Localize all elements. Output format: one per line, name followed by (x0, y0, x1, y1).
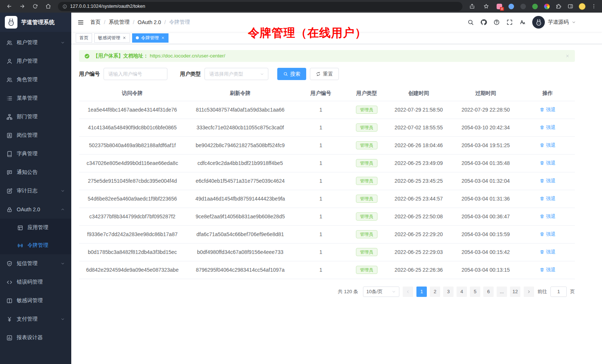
pagination-page-12[interactable]: 12 (510, 287, 520, 297)
extension-icon-blue[interactable] (507, 3, 515, 10)
cell-refresh-token: 8796295f04064c2983414cc54af1097a (186, 261, 295, 279)
cell-user-id: 1 (295, 190, 347, 208)
sidebar-item-user[interactable]: 用户管理 (0, 52, 71, 70)
browser-menu-button[interactable] (590, 3, 598, 10)
app-title: 芋道管理系统 (21, 19, 55, 26)
tab-label: 敏感词管理 (98, 35, 120, 41)
browser-home-button[interactable] (43, 1, 53, 11)
browser-reload-button[interactable] (30, 1, 40, 11)
browser-back-button[interactable] (4, 1, 14, 11)
sidebar-item-oauth2-token[interactable]: 令牌管理 (0, 236, 71, 254)
shield-icon (6, 261, 13, 267)
alert-close-icon[interactable] (565, 54, 570, 58)
sidebar-item-label: 部门管理 (17, 113, 37, 120)
bookmark-button[interactable] (481, 1, 491, 11)
kebab-menu-icon (591, 3, 597, 9)
pagination-page-4[interactable]: 4 (457, 287, 467, 297)
table-row: c342377bf8b344799dcbf7bf095287f29ce8ef2a… (79, 208, 575, 225)
fullscreen-button[interactable] (506, 19, 513, 26)
chev-up-icon (60, 207, 65, 212)
extension-icon-rainbow[interactable] (543, 3, 550, 10)
sidebar-item-label: OAuth 2.0 (17, 206, 40, 212)
force-logout-button[interactable]: 强退 (540, 106, 556, 113)
extension-blue-icon (508, 4, 514, 9)
sidebar-item-tenant[interactable]: 租户管理 (0, 33, 71, 52)
sidebar-item-role[interactable]: 角色管理 (0, 70, 71, 89)
pagination-prev-button[interactable] (403, 287, 413, 297)
help-button[interactable] (493, 19, 500, 26)
cell-access-token: f9336e7c7dd242a283ee98dc86b17a87 (79, 225, 186, 243)
force-logout-button[interactable]: 强退 (540, 195, 556, 202)
tab-home[interactable]: 首页 (76, 33, 92, 43)
page-size-select[interactable]: 10条/页 (363, 287, 399, 297)
header-search-button[interactable] (467, 19, 474, 26)
breadcrumb-separator: / (104, 19, 105, 25)
user-id-input[interactable] (104, 68, 167, 80)
pagination-page-1[interactable]: 1 (416, 287, 427, 297)
chat-icon (6, 169, 13, 176)
sidebar-item-menu[interactable]: 菜单管理 (0, 89, 71, 107)
sidebar-item-sms[interactable]: 短信管理 (0, 254, 71, 273)
force-logout-button[interactable]: 强退 (540, 213, 556, 220)
user-type-select[interactable]: 请选择用户类型 (205, 68, 268, 80)
tab-close-icon[interactable] (122, 36, 126, 40)
extension-icon-black[interactable] (519, 3, 527, 10)
sidebar-item-error-code[interactable]: 错误码管理 (0, 273, 71, 291)
sidebar-item-report[interactable]: 报表设计器 (0, 328, 71, 347)
extension-icon-pink[interactable]: 0 (495, 3, 503, 10)
tab-token[interactable]: 令牌管理 (132, 33, 169, 43)
tab-panel-button[interactable] (567, 3, 574, 10)
sidebar-toggle-button[interactable] (77, 19, 84, 26)
pagination-next-button[interactable] (524, 287, 534, 297)
app-logo[interactable]: 芋道管理系统 (0, 13, 71, 32)
sidebar-item-pay[interactable]: 支付管理 (0, 310, 71, 328)
cell-actions: 强退 (520, 101, 575, 119)
pagination-page-3[interactable]: 3 (443, 287, 454, 297)
extensions-menu-button[interactable] (555, 3, 562, 10)
share-button[interactable] (467, 1, 477, 11)
user-menu[interactable]: 芋道源码 (532, 16, 576, 29)
breadcrumb-item-system[interactable]: 系统管理 (109, 19, 130, 26)
pagination-ellipsis[interactable]: ... (497, 287, 507, 297)
pagination-page-6[interactable]: 6 (483, 287, 494, 297)
search-submit-button[interactable]: 搜索 (277, 68, 306, 80)
force-logout-button[interactable]: 强退 (540, 249, 556, 255)
sidebar-item-oauth2[interactable]: OAuth 2.0 (0, 200, 71, 219)
cell-user-type: 管理员 (347, 119, 386, 136)
sidebar-item-dept[interactable]: 部门管理 (0, 107, 71, 126)
reset-button[interactable]: 重置 (310, 68, 339, 80)
force-logout-button[interactable]: 强退 (540, 231, 556, 238)
cell-created-at: 2022-07-29 21:58:50 (386, 101, 451, 119)
force-logout-button[interactable]: 强退 (540, 142, 556, 149)
sidebar-item-label: 租户管理 (17, 39, 37, 46)
github-link[interactable] (480, 19, 487, 26)
doc-link[interactable]: https://doc.iocoder.cn/user-center/ (150, 53, 225, 59)
pagination-page-2[interactable]: 2 (430, 287, 440, 297)
sidebar-item-oauth2-app[interactable]: 应用管理 (0, 219, 71, 236)
cell-user-type: 管理员 (347, 243, 386, 261)
force-logout-button[interactable]: 强退 (540, 160, 556, 166)
force-logout-button[interactable]: 强退 (540, 124, 556, 131)
tab-close-icon[interactable] (161, 36, 165, 40)
breadcrumb-item-oauth2[interactable]: OAuth 2.0 (138, 19, 161, 25)
address-bar[interactable]: 127.0.0.1:1024/system/oauth2/token (58, 2, 462, 11)
sidebar-item-post[interactable]: 岗位管理 (0, 126, 71, 145)
breadcrumb-item-home[interactable]: 首页 (90, 19, 101, 26)
extension-icon-green[interactable] (531, 3, 539, 10)
sidebar-item-sensitive-word[interactable]: 敏感词管理 (0, 291, 71, 310)
tab-sensitive-word[interactable]: 敏感词管理 (94, 33, 130, 43)
sidebar-item-notice[interactable]: 通知公告 (0, 163, 71, 182)
goto-page-input[interactable] (550, 287, 567, 297)
sidebar-item-dict[interactable]: 字典管理 (0, 145, 71, 163)
browser-profile-avatar[interactable] (579, 3, 586, 10)
cell-actions: 强退 (520, 225, 575, 243)
browser-forward-button[interactable] (17, 1, 27, 11)
sidebar-item-audit-log[interactable]: 审计日志 (0, 182, 71, 200)
font-size-button[interactable] (519, 19, 526, 26)
force-logout-button[interactable]: 强退 (540, 267, 556, 273)
badge-icon (6, 132, 13, 139)
chev-down-icon (60, 40, 65, 45)
sidebar-item-label: 令牌管理 (27, 242, 48, 249)
force-logout-button[interactable]: 强退 (540, 178, 556, 184)
pagination-page-5[interactable]: 5 (470, 287, 480, 297)
